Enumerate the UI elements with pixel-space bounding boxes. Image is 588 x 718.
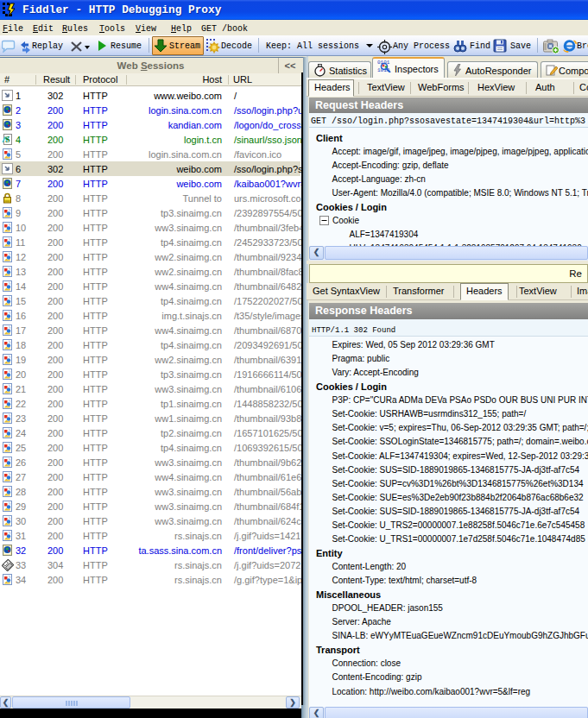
svg-text:S: S [5, 135, 10, 144]
